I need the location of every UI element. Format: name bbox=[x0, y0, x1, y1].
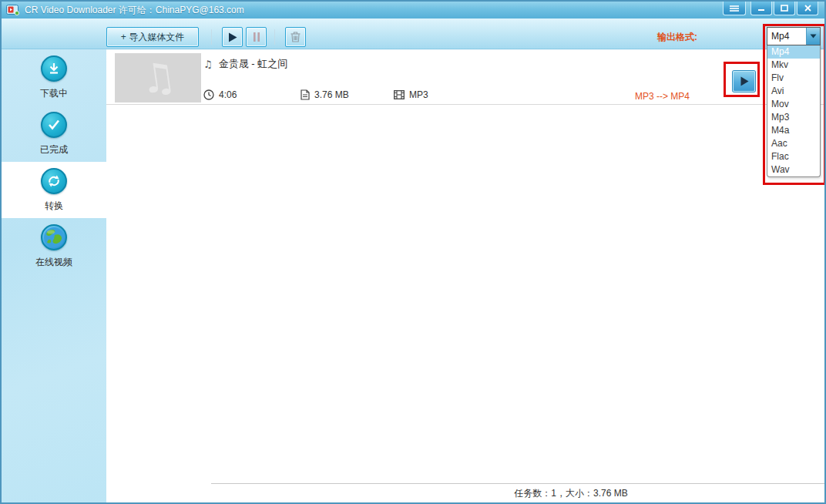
trash-icon bbox=[290, 32, 301, 42]
app-logo-icon bbox=[6, 5, 20, 15]
sidebar-item-downloading[interactable]: 下载中 bbox=[2, 49, 106, 106]
dropdown-option-mov[interactable]: Mov bbox=[767, 98, 820, 111]
minimize-button[interactable] bbox=[750, 2, 772, 15]
status-text: 任务数：1，大小：3.76 MB bbox=[514, 487, 627, 500]
sidebar-item-label: 已完成 bbox=[40, 143, 68, 156]
task-list: ♫ ♫ 金贵晟 - 虹之间 4:06 3.76 MB MP3 MP3 --> M… bbox=[106, 49, 826, 502]
chevron-down-icon[interactable] bbox=[806, 28, 820, 45]
sidebar-item-completed[interactable]: 已完成 bbox=[2, 106, 106, 162]
window-title: CR Video Downloader 许可给：ChinaPYG@163.com bbox=[25, 4, 244, 17]
dropdown-option-flv[interactable]: Flv bbox=[767, 72, 820, 85]
output-format-dropdown: Mp4 Mkv Flv Avi Mov Mp3 M4a Aac Flac Wav bbox=[767, 45, 821, 177]
dropdown-option-avi[interactable]: Avi bbox=[767, 85, 820, 98]
sidebar-item-online-video[interactable]: 在线视频 bbox=[2, 218, 106, 274]
sidebar-item-label: 在线视频 bbox=[35, 256, 72, 269]
convert-play-button[interactable] bbox=[733, 71, 755, 92]
task-duration: 4:06 bbox=[203, 89, 237, 100]
toolbar: + 导入媒体文件 输出格式: Mp4 bbox=[2, 18, 824, 49]
pause-convert-button[interactable] bbox=[246, 27, 267, 47]
import-media-button[interactable]: + 导入媒体文件 bbox=[106, 27, 199, 47]
dropdown-option-wav[interactable]: Wav bbox=[767, 163, 820, 176]
toolbar-divider bbox=[274, 29, 275, 45]
dropdown-option-mp3[interactable]: Mp3 bbox=[767, 111, 820, 124]
clock-icon bbox=[203, 89, 214, 100]
output-format-label: 输出格式: bbox=[657, 31, 697, 44]
download-icon bbox=[41, 55, 67, 82]
menu-icon[interactable] bbox=[723, 2, 746, 15]
audio-thumbnail: ♫ bbox=[115, 53, 201, 102]
maximize-button[interactable] bbox=[774, 2, 795, 15]
sidebar-item-label: 下载中 bbox=[40, 87, 68, 100]
window-controls bbox=[723, 2, 818, 15]
music-note-icon: ♫ bbox=[203, 59, 213, 70]
dropdown-option-m4a[interactable]: M4a bbox=[767, 124, 820, 137]
dropdown-option-mp4[interactable]: Mp4 bbox=[767, 45, 820, 59]
task-title-line: ♫ 金贵晟 - 虹之间 bbox=[203, 57, 287, 71]
task-size: 3.76 MB bbox=[301, 89, 349, 100]
size-value: 3.76 MB bbox=[314, 89, 349, 100]
delete-task-button[interactable] bbox=[285, 27, 306, 47]
sidebar-item-label: 转换 bbox=[45, 200, 63, 213]
globe-icon bbox=[41, 224, 67, 250]
check-icon bbox=[41, 112, 67, 138]
convert-icon bbox=[41, 168, 67, 194]
play-icon bbox=[740, 76, 749, 86]
conversion-status: MP3 --> MP4 bbox=[635, 91, 690, 102]
file-icon bbox=[301, 89, 310, 100]
dropdown-option-flac[interactable]: Flac bbox=[767, 150, 820, 163]
film-icon bbox=[394, 90, 405, 99]
start-convert-button[interactable] bbox=[222, 27, 243, 47]
output-format-select[interactable]: Mp4 bbox=[767, 27, 821, 45]
app-window: CR Video Downloader 许可给：ChinaPYG@163.com… bbox=[0, 0, 826, 504]
sidebar: 下载中 已完成 转换 在线视频 bbox=[2, 49, 106, 502]
task-title: 金贵晟 - 虹之间 bbox=[219, 57, 288, 71]
status-bar: 任务数：1，大小：3.76 MB bbox=[211, 483, 826, 502]
format-value: MP3 bbox=[409, 89, 428, 100]
task-row[interactable]: ♫ ♫ 金贵晟 - 虹之间 4:06 3.76 MB MP3 MP3 --> M… bbox=[106, 50, 826, 105]
output-format-value: Mp4 bbox=[767, 28, 806, 45]
annotation-box-play bbox=[724, 62, 760, 97]
dropdown-option-aac[interactable]: Aac bbox=[767, 137, 820, 150]
toolbar-divider bbox=[211, 29, 212, 45]
task-format: MP3 bbox=[394, 89, 428, 100]
titlebar: CR Video Downloader 许可给：ChinaPYG@163.com bbox=[2, 2, 824, 18]
duration-value: 4:06 bbox=[219, 89, 237, 100]
play-icon bbox=[228, 32, 237, 42]
pause-icon bbox=[253, 32, 260, 42]
dropdown-option-mkv[interactable]: Mkv bbox=[767, 59, 820, 72]
close-button[interactable] bbox=[797, 2, 818, 15]
music-note-icon: ♫ bbox=[137, 55, 178, 100]
sidebar-item-convert[interactable]: 转换 bbox=[2, 162, 106, 218]
